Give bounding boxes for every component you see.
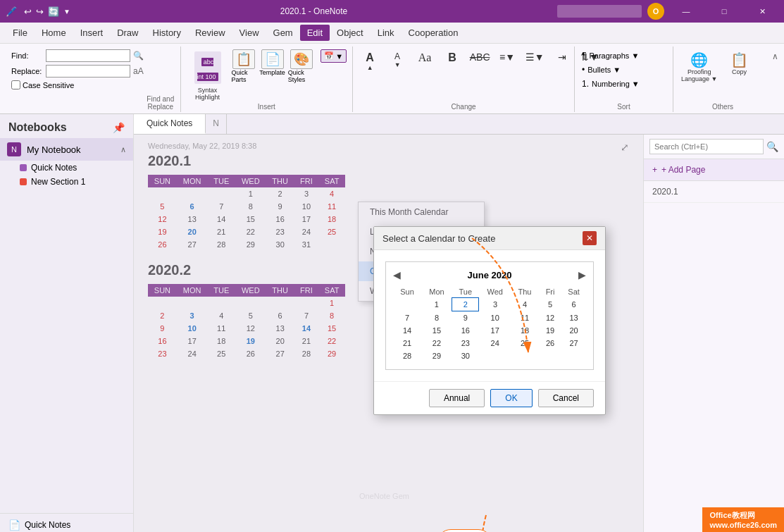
insert-group-label: Insert — [258, 103, 275, 111]
profile-avatar[interactable]: O — [647, 3, 664, 20]
watermark-line1: Office教程网 — [709, 510, 777, 521]
notebook-expand-icon[interactable]: ∧ — [120, 145, 126, 154]
paragraphs-button[interactable]: ¶ Paragraphs ▼ — [579, 49, 668, 62]
menu-edit[interactable]: Edit — [300, 25, 330, 41]
select-calendar-dialog: Select a Calendar to Create ✕ ◀ June 202… — [373, 226, 606, 415]
font-size-up-button[interactable]: A ▲ — [357, 49, 382, 73]
save-icon[interactable]: 🖊️ — [6, 6, 17, 17]
list-button[interactable]: ☰▼ — [522, 49, 547, 65]
menu-draw[interactable]: Draw — [110, 25, 145, 41]
prev-month-button[interactable]: ◀ — [393, 269, 401, 280]
table-row: 282930 — [393, 349, 586, 362]
font-button[interactable]: Aa — [412, 49, 437, 66]
font-size-down-button[interactable]: A ▼ — [385, 49, 410, 70]
menu-link[interactable]: Link — [371, 25, 402, 41]
redo-icon[interactable]: ↪ — [36, 6, 44, 17]
menu-review[interactable]: Review — [188, 25, 232, 41]
next-month-button[interactable]: ▶ — [578, 269, 586, 280]
quick-notes-dot — [20, 164, 27, 171]
notebook-name: My Notebook — [27, 144, 81, 155]
replace-label: Replace: — [11, 67, 43, 75]
ok-button[interactable]: OK — [490, 389, 532, 407]
page-icon: 📄 — [8, 519, 20, 531]
menu-file[interactable]: File — [6, 25, 35, 41]
menu-history[interactable]: History — [146, 25, 188, 41]
menu-cooperation[interactable]: Cooperation — [402, 25, 466, 41]
bullets-button[interactable]: • Bullets ▼ — [579, 63, 668, 76]
menu-insert[interactable]: Insert — [73, 25, 111, 41]
window-title: 2020.1 - OneNote — [70, 6, 557, 16]
table-row: 21222324252627 — [393, 337, 586, 349]
numbering-button[interactable]: 1. Numbering ▼ — [579, 78, 668, 90]
quick-notes-label: Quick Notes — [31, 163, 77, 173]
search-input[interactable] — [649, 139, 764, 154]
title-bar-left-icons: 🖊️ ↩ ↪ 🔄 ▼ — [6, 6, 70, 17]
watermark-line2: www.office26.com — [709, 521, 777, 529]
add-page-button[interactable]: + + Add Page — [644, 159, 784, 181]
new-section-item[interactable]: New Section 1 — [14, 175, 133, 189]
case-sensitive-label: Case Sensitive — [23, 81, 74, 89]
insert-group: abcint 100 Syntax Highlight 📋 Quick Part… — [181, 47, 354, 112]
dialog-close-button[interactable]: ✕ — [583, 231, 597, 245]
pin-icon[interactable]: 📌 — [113, 122, 125, 133]
mini-cal-header: ◀ June 2020 ▶ — [393, 269, 586, 280]
dropdown-arrow-icon[interactable]: ▼ — [63, 8, 70, 16]
page-area: Wednesday, May 22, 2019 8:38 ⤢ 2020.1 SU… — [134, 135, 784, 532]
tab-quick-notes[interactable]: Quick Notes — [134, 114, 206, 134]
mini-cal-table: Sun Mon Tue Wed Thu Fri Sat — [393, 286, 586, 362]
search-button[interactable]: 🔍 — [766, 141, 778, 152]
menu-home[interactable]: Home — [35, 25, 73, 41]
tabs-bar: Quick Notes N — [134, 114, 784, 135]
ribbon-expand-button[interactable]: ∧ — [772, 47, 778, 62]
cancel-button[interactable]: Cancel — [538, 389, 594, 407]
page-entry[interactable]: 2020.1 — [644, 181, 784, 203]
proofing-language-button[interactable]: 🌐 Proofing Language ▼ — [678, 49, 721, 85]
close-button[interactable]: ✕ — [746, 0, 778, 23]
replace-input[interactable] — [46, 65, 130, 78]
menu-object[interactable]: Object — [330, 25, 371, 41]
change-group-label: Change — [357, 103, 570, 112]
sync-icon[interactable]: 🔄 — [48, 6, 59, 17]
my-notebook-item[interactable]: N My Notebook ∧ — [0, 138, 133, 161]
menu-gem[interactable]: Gem — [266, 25, 300, 41]
title-bar: 🖊️ ↩ ↪ 🔄 ▼ 2020.1 - OneNote O — □ ✕ — [0, 0, 784, 23]
quick-parts-button[interactable]: 📋 Quick Parts — [232, 49, 257, 83]
tab-n[interactable]: N — [206, 114, 227, 134]
sidebar-bottom-quick-notes[interactable]: 📄 Quick Notes — [0, 513, 133, 532]
new-section-dot — [20, 178, 27, 185]
quick-styles-button[interactable]: 🎨 Quick Styles — [288, 49, 315, 83]
syntax-highlight-button[interactable]: abcint 100 Syntax Highlight — [187, 49, 229, 103]
new-section-label: New Section 1 — [31, 177, 85, 187]
section-list: Quick Notes New Section 1 — [0, 161, 133, 189]
template-button[interactable]: 📄 Template — [259, 49, 285, 76]
align-button[interactable]: ≡▼ — [494, 49, 520, 65]
search-icon[interactable]: 🔍 — [133, 51, 144, 61]
main-content: Quick Notes N Wednesday, May 22, 2019 8:… — [134, 114, 784, 532]
maximize-button[interactable]: □ — [708, 0, 740, 23]
calendar-dropdown-area[interactable]: 📅 ▼ — [321, 49, 347, 63]
sort-group-label: Sort — [579, 103, 668, 112]
minimize-button[interactable]: — — [670, 0, 702, 23]
quick-notes-section[interactable]: Quick Notes — [14, 161, 133, 175]
case-sensitive-row: Case Sensitive — [11, 80, 144, 89]
case-sensitive-checkbox[interactable] — [11, 80, 20, 89]
undo-icon[interactable]: ↩ — [24, 6, 32, 17]
dialog-title-bar: Select a Calendar to Create ✕ — [374, 227, 605, 250]
title-search-box[interactable] — [557, 5, 642, 18]
add-icon: + — [652, 165, 657, 175]
dialog-footer: Annual OK Cancel — [374, 381, 605, 414]
watermark: Office教程网 www.office26.com — [702, 507, 784, 532]
indent-button[interactable]: ⇥ — [549, 49, 575, 65]
change-group: A ▲ A ▼ Aa B ABC ≡▼ ☰▼ ⇥ — [353, 47, 575, 112]
strikethrough-button[interactable]: ABC — [467, 49, 492, 65]
mini-calendar: ◀ June 2020 ▶ Sun Mon Tu — [385, 261, 594, 370]
sidebar: Notebooks 📌 N My Notebook ∧ Quick Notes … — [0, 114, 134, 532]
replace-icon[interactable]: aA — [133, 66, 144, 76]
bold-button[interactable]: B — [440, 49, 465, 66]
copy-button[interactable]: 📋 Copy — [726, 49, 752, 78]
search-area: 🔍 — [644, 135, 784, 159]
annual-button[interactable]: Annual — [429, 389, 485, 407]
find-label: Find: — [11, 51, 43, 60]
menu-view[interactable]: View — [232, 25, 266, 41]
find-input[interactable] — [46, 49, 130, 62]
